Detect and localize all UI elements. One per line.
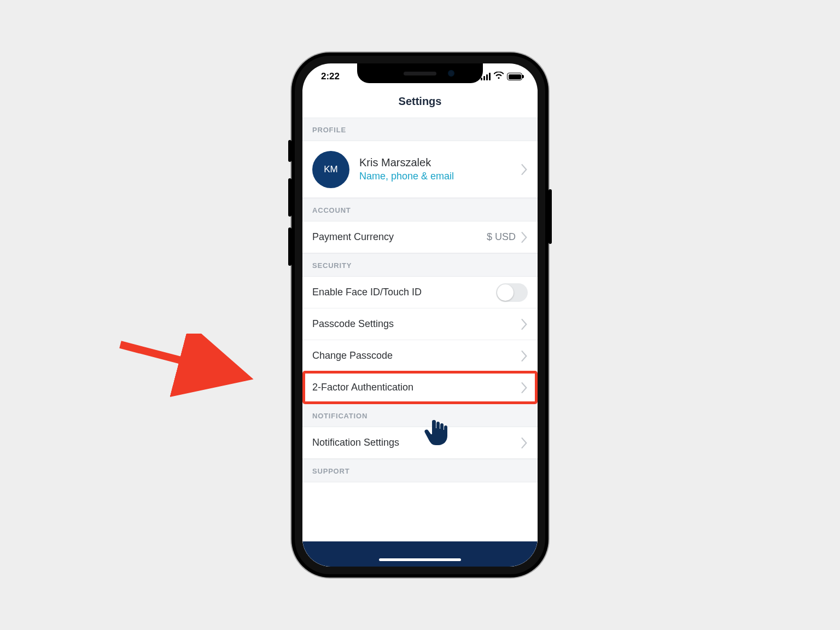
battery-icon (507, 73, 522, 80)
payment-currency-label: Payment Currency (312, 231, 487, 243)
profile-name: Kris Marszalek (359, 155, 511, 170)
section-header-support: SUPPORT (302, 459, 538, 482)
chevron-right-icon (521, 164, 528, 175)
wifi-icon (494, 71, 504, 82)
section-header-account: ACCOUNT (302, 198, 538, 221)
notification-settings-label: Notification Settings (312, 437, 521, 448)
chevron-right-icon (521, 232, 528, 243)
passcode-settings-row[interactable]: Passcode Settings (302, 308, 538, 340)
bottom-area (302, 482, 538, 567)
bottom-nav-bar (302, 541, 538, 567)
phone-screen: 2:22 Settings PROFILE KM Kris Marszalek … (302, 63, 538, 567)
section-header-profile: PROFILE (302, 118, 538, 141)
annotation-arrow (109, 334, 262, 401)
hand-cursor-icon (424, 418, 449, 448)
chevron-right-icon (521, 382, 528, 393)
phone-notch (357, 63, 483, 83)
notification-settings-row[interactable]: Notification Settings (302, 427, 538, 459)
passcode-settings-label: Passcode Settings (312, 318, 521, 330)
section-header-security: SECURITY (302, 253, 538, 277)
two-factor-auth-row[interactable]: 2-Factor Authentication (302, 372, 538, 404)
payment-currency-value: $ USD (487, 231, 516, 243)
chevron-right-icon (521, 351, 528, 361)
two-factor-label: 2-Factor Authentication (312, 382, 521, 393)
change-passcode-label: Change Passcode (312, 350, 521, 361)
page-title: Settings (302, 90, 538, 118)
face-touch-id-toggle[interactable] (496, 283, 528, 302)
status-time: 2:22 (321, 71, 340, 82)
phone-frame: 2:22 Settings PROFILE KM Kris Marszalek … (291, 52, 549, 578)
profile-row[interactable]: KM Kris Marszalek Name, phone & email (302, 141, 538, 198)
avatar: KM (312, 151, 349, 188)
home-indicator (379, 558, 461, 561)
svg-line-0 (120, 345, 246, 377)
face-touch-id-label: Enable Face ID/Touch ID (312, 287, 496, 298)
profile-subtitle: Name, phone & email (359, 170, 511, 183)
chevron-right-icon (521, 319, 528, 330)
section-header-notification: NOTIFICATION (302, 404, 538, 427)
enable-face-touch-id-row[interactable]: Enable Face ID/Touch ID (302, 277, 538, 308)
chevron-right-icon (521, 438, 528, 448)
change-passcode-row[interactable]: Change Passcode (302, 340, 538, 372)
payment-currency-row[interactable]: Payment Currency $ USD (302, 221, 538, 253)
